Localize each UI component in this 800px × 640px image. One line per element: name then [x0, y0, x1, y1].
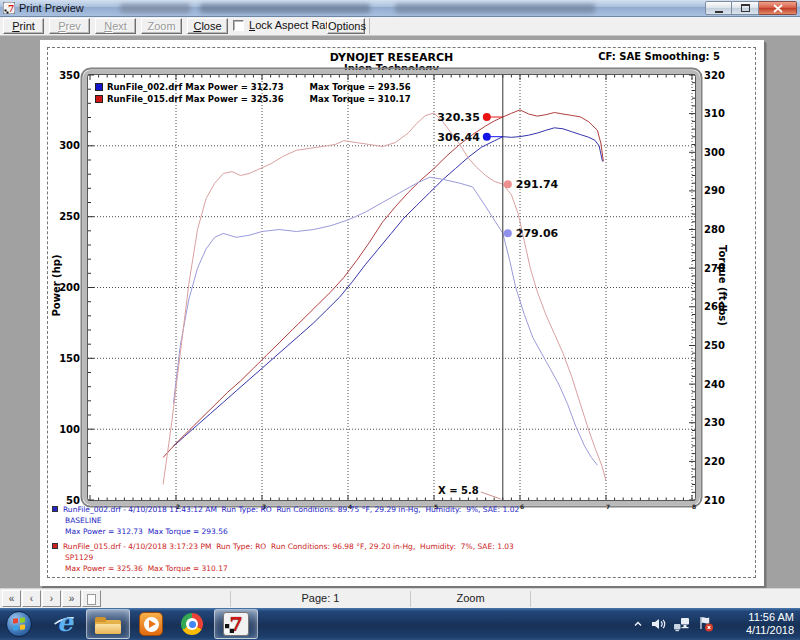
legend-file: RunFile_002.drf	[107, 82, 182, 92]
legend-max-power: Max Power = 312.73	[185, 82, 283, 92]
svg-text:300: 300	[704, 147, 725, 158]
run-note: BASELINE	[65, 515, 519, 526]
svg-text:300: 300	[59, 140, 80, 151]
close-window-button[interactable]	[759, 1, 797, 15]
run-swatch	[52, 506, 58, 512]
legend-swatch-blue	[95, 83, 103, 91]
statusbar: « ‹ › » Page: 1 Zoom	[0, 588, 800, 608]
chrome-icon	[181, 613, 203, 635]
legend-file: RunFile_015.drf	[107, 94, 182, 104]
run-annotation-sp1129: RunFile_015.drf - 4/10/2018 3:17:23 PM R…	[52, 541, 514, 574]
media-player-icon	[139, 612, 163, 636]
svg-text:6: 6	[520, 503, 524, 510]
window-title: Print Preview	[19, 2, 84, 14]
lock-aspect-ratio-label: Lock Aspect Ratio	[249, 19, 337, 31]
taskbar-item-internet-explorer[interactable]: e	[46, 609, 84, 639]
network-icon[interactable]	[673, 617, 690, 632]
app-icon: 7	[3, 2, 15, 14]
taskbar-item-chrome[interactable]	[172, 609, 212, 639]
taskbar-item-dynojet[interactable]: 7	[214, 609, 258, 639]
taskbar-clock[interactable]: 11:56 AM 4/11/2018	[746, 611, 794, 637]
hidden-icons-arrow[interactable]	[633, 619, 643, 629]
taskbar: e 7	[0, 608, 800, 640]
svg-text:210: 210	[704, 495, 725, 506]
run-note: SP1129	[65, 552, 514, 563]
run-conditions: RunFile_002.drf - 4/10/2018 11:43:12 AM …	[63, 504, 519, 515]
zoom-out-button[interactable]: Zoom Out	[141, 18, 182, 34]
svg-text:8: 8	[692, 503, 696, 510]
svg-text:230: 230	[704, 417, 725, 428]
svg-text:306.44: 306.44	[437, 131, 480, 144]
dynojet-icon: 7	[223, 612, 249, 636]
legend-row: RunFile_015.drf Max Power = 325.36 Max T…	[95, 93, 411, 105]
next-page-nav-button[interactable]: ›	[42, 590, 61, 607]
svg-text:310: 310	[704, 108, 725, 119]
redacted-filename	[200, 4, 370, 13]
power-axis-title: Power (hp)	[51, 176, 62, 396]
svg-text:350: 350	[59, 70, 80, 81]
chart-legend: RunFile_002.drf Max Power = 312.73 Max T…	[95, 81, 411, 105]
clock-time: 11:56 AM	[746, 611, 794, 624]
print-preview-toolbar: Print Prev Next Zoom Out Close Lock Aspe…	[0, 17, 800, 36]
page: DYNOJET RESEARCH Injen Technology CF: SA…	[40, 40, 764, 586]
svg-text:220: 220	[704, 456, 725, 467]
toolbar-divider	[369, 18, 370, 34]
page-setup-button[interactable]	[82, 590, 101, 607]
window-titlebar[interactable]: 7 Print Preview	[0, 0, 800, 17]
minimize-icon	[715, 11, 723, 13]
action-center-flag-icon[interactable]	[697, 616, 714, 632]
svg-text:7: 7	[606, 503, 610, 510]
print-button[interactable]: Print	[3, 18, 44, 34]
maximize-icon	[741, 4, 750, 12]
system-tray	[633, 608, 714, 640]
statusbar-divider	[530, 591, 531, 607]
torque-axis-title: Torque (ft-lbs)	[717, 176, 728, 396]
folder-icon	[95, 615, 121, 634]
run-swatch	[52, 543, 58, 549]
svg-text:279.06: 279.06	[516, 227, 559, 240]
svg-text:320.35: 320.35	[437, 111, 479, 124]
svg-text:100: 100	[59, 424, 80, 435]
run-max-values: Max Power = 325.36 Max Torque = 310.17	[65, 563, 514, 574]
maximize-button[interactable]	[732, 1, 759, 15]
next-page-button[interactable]: Next	[95, 18, 136, 34]
legend-row: RunFile_002.drf Max Power = 312.73 Max T…	[95, 81, 411, 93]
close-preview-button[interactable]: Close	[187, 18, 228, 34]
svg-text:7: 7	[8, 4, 14, 14]
svg-text:200: 200	[59, 282, 80, 293]
last-page-button[interactable]: »	[62, 590, 81, 607]
close-icon	[773, 4, 783, 13]
run-max-values: Max Power = 312.73 Max Torque = 293.56	[65, 526, 519, 537]
prev-page-button[interactable]: Prev	[49, 18, 90, 34]
clock-date: 4/11/2018	[746, 624, 794, 637]
first-page-button[interactable]: «	[2, 590, 21, 607]
start-button[interactable]	[6, 611, 32, 637]
svg-text:250: 250	[59, 211, 80, 222]
taskbar-item-media-player[interactable]	[132, 609, 170, 639]
svg-text:X = 5.8: X = 5.8	[438, 485, 479, 496]
run-annotation-baseline: RunFile_002.drf - 4/10/2018 11:43:12 AM …	[52, 504, 519, 537]
legend-max-torque: Max Torque = 310.17	[310, 94, 411, 104]
taskbar-item-windows-explorer[interactable]	[86, 609, 130, 639]
redacted-filename	[395, 4, 595, 13]
legend-swatch-red	[95, 95, 103, 103]
svg-text:320: 320	[704, 70, 725, 81]
run-conditions: RunFile_015.drf - 4/10/2018 3:17:23 PM R…	[63, 541, 514, 552]
svg-text:150: 150	[59, 353, 80, 364]
minimize-button[interactable]	[705, 1, 732, 15]
desktop: 7 Print Preview Print Prev Next Zoom Out…	[0, 0, 800, 640]
legend-max-power: Max Power = 325.36	[185, 94, 283, 104]
redacted-filename	[120, 4, 190, 13]
options-button[interactable]: Options	[327, 18, 365, 34]
print-preview-area[interactable]: DYNOJET RESEARCH Injen Technology CF: SA…	[0, 36, 800, 588]
zoom-label[interactable]: Zoom	[411, 592, 530, 604]
page-icon	[87, 594, 96, 605]
legend-max-torque: Max Torque = 293.56	[310, 82, 411, 92]
lock-aspect-ratio-checkbox[interactable]	[233, 20, 244, 31]
svg-text:291.74: 291.74	[516, 178, 559, 191]
prev-page-nav-button[interactable]: ‹	[22, 590, 41, 607]
page-number-label: Page: 1	[231, 592, 410, 604]
internet-explorer-icon: e	[57, 608, 73, 637]
windows-logo-icon	[13, 617, 25, 630]
volume-icon[interactable]	[650, 616, 666, 632]
